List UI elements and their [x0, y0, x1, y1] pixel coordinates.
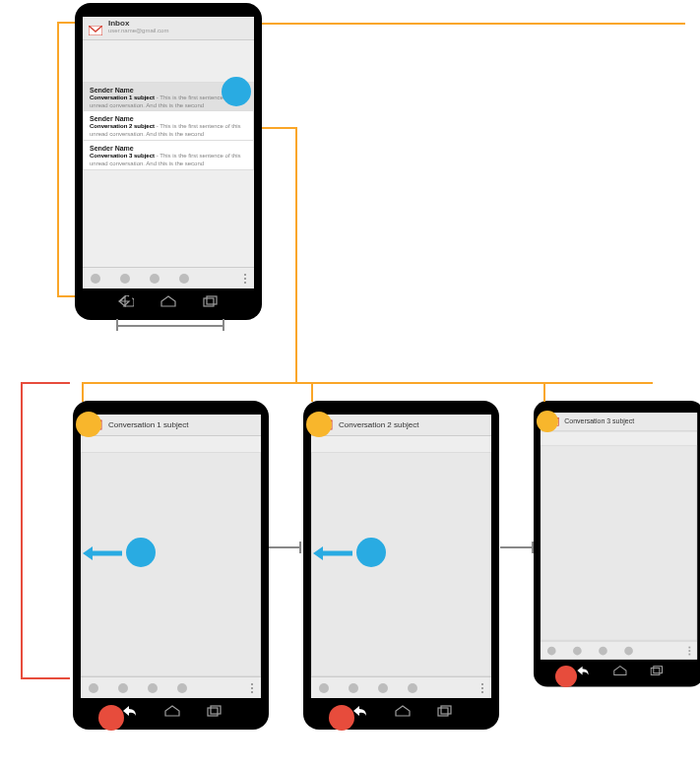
system-navbar — [81, 700, 261, 722]
overflow-icon[interactable] — [481, 683, 483, 693]
system-navbar — [83, 290, 254, 312]
sender-name: Sender Name — [90, 115, 247, 123]
action-dot[interactable] — [624, 646, 633, 655]
svg-rect-12 — [651, 668, 660, 674]
sender-name: Sender Name — [90, 145, 247, 153]
home-icon[interactable] — [394, 705, 412, 717]
touch-indicator — [222, 77, 251, 106]
message-body[interactable] — [311, 452, 491, 676]
gmail-up-icon[interactable] — [317, 419, 333, 431]
detail-header: Conversation 3 subject — [541, 413, 697, 431]
swipe-indicator — [356, 538, 386, 567]
message-body[interactable] — [81, 452, 261, 676]
screen-detail: Conversation 1 subject — [81, 415, 261, 698]
recents-icon[interactable] — [437, 705, 453, 717]
svg-rect-10 — [441, 706, 451, 714]
action-dot[interactable] — [319, 683, 329, 693]
svg-rect-2 — [207, 296, 217, 304]
gmail-icon — [89, 22, 102, 32]
system-navbar — [541, 661, 697, 679]
recents-icon[interactable] — [207, 705, 223, 717]
overflow-icon[interactable] — [244, 274, 246, 284]
message-subject: Conversation 1 subject — [90, 95, 155, 100]
action-bar — [541, 641, 697, 660]
back-icon[interactable] — [350, 704, 368, 718]
svg-rect-6 — [211, 706, 221, 714]
action-dot[interactable] — [148, 683, 158, 693]
overflow-icon[interactable] — [251, 683, 253, 693]
action-dot[interactable] — [118, 683, 128, 693]
message-subject: Conversation 2 subject — [90, 123, 155, 129]
action-dot[interactable] — [547, 646, 556, 655]
recents-icon[interactable] — [650, 666, 664, 675]
gmail-up-icon[interactable] — [87, 419, 102, 431]
action-dot[interactable] — [599, 646, 607, 655]
inbox-title: Inbox — [108, 20, 168, 28]
home-icon[interactable] — [159, 295, 177, 307]
message-subject: Conversation 3 subject — [90, 153, 155, 159]
detail-header: Conversation 2 subject — [311, 415, 491, 436]
detail-header: Conversation 1 subject — [81, 415, 261, 436]
message-list: Sender Name Conversation 1 subject - Thi… — [83, 40, 254, 170]
detail-title: Conversation 3 subject — [564, 417, 634, 425]
svg-rect-5 — [208, 708, 218, 716]
overflow-icon[interactable] — [688, 646, 690, 655]
message-item[interactable]: Sender Name Conversation 2 subject - Thi… — [83, 111, 254, 141]
action-bar — [81, 676, 261, 698]
action-dot[interactable] — [177, 683, 187, 693]
back-icon[interactable] — [120, 704, 138, 718]
phone-frame-inbox: Inbox user.name@gmail.com Sender Name Co… — [75, 3, 262, 320]
action-bar — [83, 267, 254, 288]
inbox-subtitle: user.name@gmail.com — [108, 28, 168, 33]
swipe-indicator — [126, 538, 156, 567]
action-dot[interactable] — [349, 683, 358, 693]
phone-frame-detail-2: Conversation 2 subject — [303, 401, 499, 730]
home-icon[interactable] — [612, 666, 628, 675]
svg-rect-9 — [438, 708, 448, 716]
action-dot[interactable] — [150, 274, 159, 284]
detail-title: Conversation 1 subject — [108, 420, 188, 429]
phone-frame-detail-1: Conversation 1 subject — [73, 401, 269, 730]
action-dot[interactable] — [120, 274, 130, 284]
inbox-header: Inbox user.name@gmail.com — [83, 17, 254, 40]
recents-icon[interactable] — [203, 295, 219, 307]
action-bar — [311, 676, 491, 698]
system-navbar — [311, 700, 491, 722]
svg-rect-13 — [653, 667, 662, 673]
detail-title: Conversation 2 subject — [339, 420, 418, 429]
action-dot[interactable] — [89, 683, 98, 693]
svg-rect-1 — [204, 298, 214, 306]
message-item[interactable]: Sender Name Conversation 3 subject - Thi… — [83, 141, 254, 170]
back-icon[interactable] — [574, 665, 590, 676]
message-item[interactable]: Sender Name Conversation 1 subject - Thi… — [83, 82, 254, 111]
action-dot[interactable] — [408, 683, 417, 693]
action-dot[interactable] — [179, 274, 189, 284]
screen-inbox: Inbox user.name@gmail.com Sender Name Co… — [83, 17, 254, 288]
action-dot[interactable] — [91, 274, 100, 284]
home-icon[interactable] — [163, 705, 181, 717]
action-dot[interactable] — [378, 683, 388, 693]
message-body[interactable] — [541, 445, 697, 640]
gmail-up-icon[interactable] — [545, 416, 559, 426]
phone-frame-detail-3: Conversation 3 subject — [534, 401, 700, 687]
action-dot[interactable] — [573, 646, 582, 655]
screen-detail: Conversation 2 subject — [311, 415, 491, 698]
screen-detail: Conversation 3 subject — [541, 413, 697, 660]
back-icon[interactable] — [118, 295, 134, 307]
